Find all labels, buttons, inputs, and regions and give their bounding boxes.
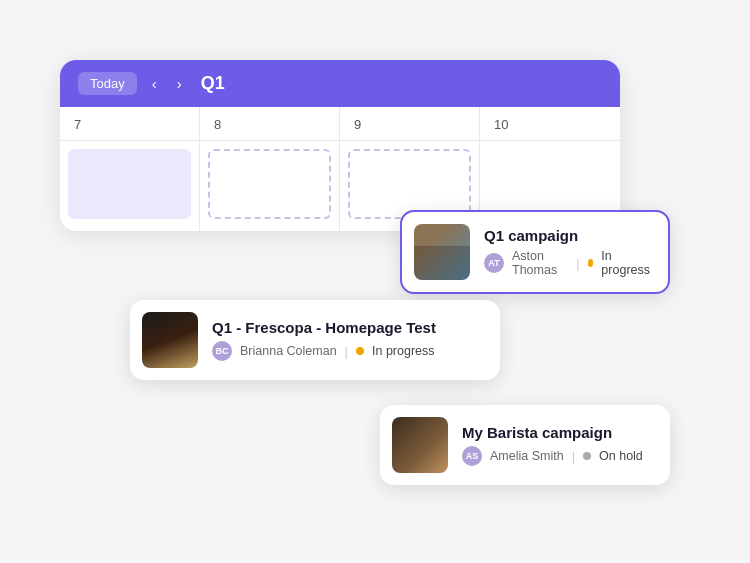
avatar-amelia: AS [462, 446, 482, 466]
event-dashed-8[interactable] [208, 149, 331, 219]
person-aston: Aston Thomas [512, 249, 568, 277]
thumbnail-barista [392, 417, 448, 473]
cal-col-7: 7 [60, 107, 200, 231]
avatar-aston: AT [484, 253, 504, 273]
status-text-barista: On hold [599, 449, 643, 463]
card-q1-info: Q1 campaign AT Aston Thomas | In progres… [484, 227, 650, 277]
avatar-brianna: BC [212, 341, 232, 361]
person-brianna: Brianna Coleman [240, 344, 337, 358]
card-q1-title: Q1 campaign [484, 227, 650, 244]
day-body-7 [60, 141, 199, 231]
day-body-8 [200, 141, 339, 231]
cal-col-8: 8 [200, 107, 340, 231]
today-button[interactable]: Today [78, 72, 137, 95]
card-frescopa[interactable]: Q1 - Frescopa - Homepage Test BC Brianna… [130, 300, 500, 380]
card-barista-meta: AS Amelia Smith | On hold [462, 446, 643, 466]
thumbnail-q1campaign [414, 224, 470, 280]
divider-barista: | [572, 449, 575, 464]
event-block-7[interactable] [68, 149, 191, 219]
divider-frescopa: | [345, 344, 348, 359]
status-text-q1: In progress [601, 249, 650, 277]
card-q1-meta: AT Aston Thomas | In progress [484, 249, 650, 277]
divider-q1: | [576, 256, 579, 271]
card-q1-campaign[interactable]: Q1 campaign AT Aston Thomas | In progres… [400, 210, 670, 294]
status-text-frescopa: In progress [372, 344, 435, 358]
card-barista-title: My Barista campaign [462, 424, 643, 441]
thumbnail-frescopa [142, 312, 198, 368]
day-header-8: 8 [200, 107, 339, 141]
status-dot-barista [583, 452, 591, 460]
card-frescopa-meta: BC Brianna Coleman | In progress [212, 341, 436, 361]
day-header-9: 9 [340, 107, 479, 141]
card-barista-info: My Barista campaign AS Amelia Smith | On… [462, 424, 643, 466]
prev-button[interactable]: ‹ [147, 73, 162, 94]
event-dashed-9[interactable] [348, 149, 471, 219]
card-barista[interactable]: My Barista campaign AS Amelia Smith | On… [380, 405, 670, 485]
next-button[interactable]: › [172, 73, 187, 94]
day-header-10: 10 [480, 107, 620, 141]
person-amelia: Amelia Smith [490, 449, 564, 463]
day-header-7: 7 [60, 107, 199, 141]
status-dot-frescopa [356, 347, 364, 355]
calendar-widget: Today ‹ › Q1 7 8 9 10 [60, 60, 620, 231]
card-frescopa-info: Q1 - Frescopa - Homepage Test BC Brianna… [212, 319, 436, 361]
status-dot-q1 [588, 259, 594, 267]
quarter-label: Q1 [201, 73, 225, 94]
card-frescopa-title: Q1 - Frescopa - Homepage Test [212, 319, 436, 336]
calendar-header: Today ‹ › Q1 [60, 60, 620, 107]
